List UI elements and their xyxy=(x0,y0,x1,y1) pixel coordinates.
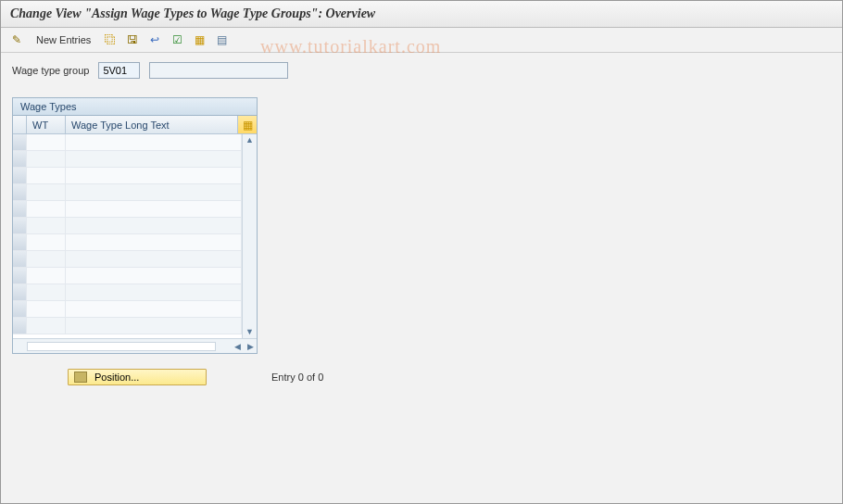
table-row[interactable] xyxy=(13,268,242,284)
position-label: Position... xyxy=(94,372,139,383)
row-selector[interactable] xyxy=(13,134,27,150)
cell-wt[interactable] xyxy=(27,184,66,200)
cell-wt[interactable] xyxy=(27,251,66,267)
cell-wt[interactable] xyxy=(27,218,66,233)
cell-long-text[interactable] xyxy=(66,218,242,233)
wage-type-group-label: Wage type group xyxy=(12,65,89,76)
scroll-down-icon[interactable]: ▼ xyxy=(245,328,254,336)
table-row[interactable] xyxy=(13,134,242,151)
cell-long-text[interactable] xyxy=(66,184,242,200)
table-rows xyxy=(13,134,242,338)
scroll-up-icon[interactable]: ▲ xyxy=(245,136,254,145)
copy-icon[interactable] xyxy=(102,32,119,48)
content-area: Wage type group Wage Types WT Wage Type … xyxy=(1,53,842,395)
table-row[interactable] xyxy=(13,234,242,251)
cell-wt[interactable] xyxy=(27,151,66,167)
wage-types-table: Wage Types WT Wage Type Long Text xyxy=(12,97,258,354)
wage-type-group-row: Wage type group xyxy=(12,62,831,79)
cell-wt[interactable] xyxy=(27,134,66,150)
wage-type-group-code-input[interactable] xyxy=(98,62,140,79)
edit-icon[interactable] xyxy=(8,32,25,48)
row-selector[interactable] xyxy=(13,268,27,284)
wage-type-group-desc-input[interactable] xyxy=(149,62,288,79)
page-title: Change View "Assign Wage Types to Wage T… xyxy=(1,1,842,28)
scroll-left-icon[interactable]: ◀ xyxy=(231,342,244,351)
cell-long-text[interactable] xyxy=(66,168,242,183)
scroll-track[interactable] xyxy=(27,342,216,351)
table-settings-icon[interactable] xyxy=(238,116,257,133)
undo-icon[interactable] xyxy=(146,32,163,48)
cell-long-text[interactable] xyxy=(66,151,242,167)
save-icon[interactable] xyxy=(124,32,141,48)
scroll-right-icon[interactable]: ▶ xyxy=(244,342,257,351)
row-selector[interactable] xyxy=(13,168,27,183)
table-row[interactable] xyxy=(13,201,242,218)
cell-long-text[interactable] xyxy=(66,301,242,317)
table-row[interactable] xyxy=(13,218,242,234)
row-selector[interactable] xyxy=(13,284,27,300)
table-header: WT Wage Type Long Text xyxy=(13,116,257,134)
cell-long-text[interactable] xyxy=(66,251,242,267)
cell-wt[interactable] xyxy=(27,301,66,317)
cell-long-text[interactable] xyxy=(66,268,242,284)
entry-status: Entry 0 of 0 xyxy=(271,372,323,383)
select-all-icon[interactable] xyxy=(169,32,185,48)
horizontal-scrollbar[interactable]: ◀ ▶ xyxy=(13,338,257,353)
position-button[interactable]: Position... xyxy=(68,369,207,385)
cell-wt[interactable] xyxy=(27,268,66,284)
column-long-text[interactable]: Wage Type Long Text xyxy=(66,116,238,133)
row-selector[interactable] xyxy=(13,251,27,267)
cell-long-text[interactable] xyxy=(66,201,242,217)
column-selector[interactable] xyxy=(13,116,27,133)
table-row[interactable] xyxy=(13,284,242,301)
row-selector[interactable] xyxy=(13,318,27,334)
cell-long-text[interactable] xyxy=(66,234,242,250)
table-body: ▲ ▼ xyxy=(13,134,257,338)
cell-wt[interactable] xyxy=(27,284,66,300)
row-selector[interactable] xyxy=(13,151,27,167)
table-row[interactable] xyxy=(13,184,242,201)
position-icon xyxy=(74,372,87,383)
toolbar: New Entries xyxy=(1,28,842,53)
cell-wt[interactable] xyxy=(27,234,66,250)
cell-wt[interactable] xyxy=(27,168,66,183)
column-wt[interactable]: WT xyxy=(27,116,66,133)
row-selector[interactable] xyxy=(13,184,27,200)
cell-wt[interactable] xyxy=(27,318,66,334)
table-title: Wage Types xyxy=(13,98,257,116)
vertical-scrollbar[interactable]: ▲ ▼ xyxy=(242,134,257,338)
table-row[interactable] xyxy=(13,168,242,184)
row-selector[interactable] xyxy=(13,301,27,317)
table-row[interactable] xyxy=(13,251,242,268)
footer-row: Position... Entry 0 of 0 xyxy=(12,369,831,385)
row-selector[interactable] xyxy=(13,218,27,233)
row-selector[interactable] xyxy=(13,234,27,250)
selection-block-icon[interactable] xyxy=(191,32,208,48)
new-entries-button[interactable]: New Entries xyxy=(31,32,96,47)
cell-long-text[interactable] xyxy=(66,318,242,334)
cell-wt[interactable] xyxy=(27,201,66,217)
table-row[interactable] xyxy=(13,301,242,318)
cell-long-text[interactable] xyxy=(66,134,242,150)
table-row[interactable] xyxy=(13,151,242,168)
table-row[interactable] xyxy=(13,318,242,334)
details-icon[interactable] xyxy=(213,32,230,48)
cell-long-text[interactable] xyxy=(66,284,242,300)
row-selector[interactable] xyxy=(13,201,27,217)
